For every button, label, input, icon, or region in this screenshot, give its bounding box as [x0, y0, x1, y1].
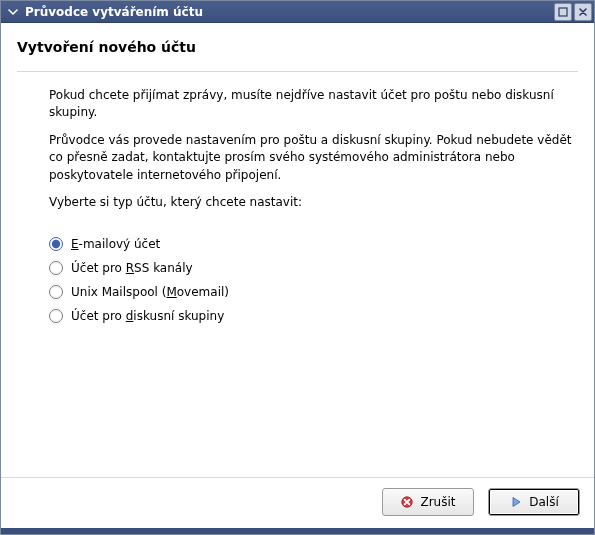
radio-unix[interactable] [49, 285, 63, 299]
option-rss[interactable]: Účet pro RSS kanály [49, 261, 578, 275]
divider [17, 71, 578, 73]
option-unix[interactable]: Unix Mailspool (Movemail) [49, 285, 578, 299]
close-icon [578, 7, 588, 17]
cancel-icon [400, 495, 414, 509]
option-news[interactable]: Účet pro diskusní skupiny [49, 309, 578, 323]
cancel-button[interactable]: Zrušit [382, 488, 474, 516]
account-type-options: E-mailový účet Účet pro RSS kanály Unix … [17, 221, 578, 333]
spacer [17, 333, 578, 467]
option-email[interactable]: E-mailový účet [49, 237, 578, 251]
radio-news[interactable] [49, 309, 63, 323]
intro-paragraph-1: Pokud chcete přijímat zprávy, musíte nej… [49, 87, 572, 122]
page-title: Vytvoření nového účtu [17, 39, 578, 55]
cancel-button-label: Zrušit [420, 495, 455, 509]
option-news-label: Účet pro diskusní skupiny [71, 309, 224, 323]
bottom-decoration [1, 528, 594, 534]
chevron-down-icon[interactable] [5, 4, 21, 20]
next-button[interactable]: Další [488, 488, 580, 516]
footer: Zrušit Další [1, 477, 594, 528]
content-area: Vytvoření nového účtu Pokud chcete přijí… [1, 23, 594, 477]
wizard-window: Průvodce vytvářením účtu Vytvoření novéh… [0, 0, 595, 535]
window-title: Průvodce vytvářením účtu [25, 5, 552, 19]
next-button-label: Další [529, 495, 559, 509]
play-icon [509, 495, 523, 509]
prompt-text: Vyberte si typ účtu, který chcete nastav… [49, 194, 572, 211]
option-email-label: E-mailový účet [71, 237, 160, 251]
close-button[interactable] [574, 3, 592, 21]
body-text: Pokud chcete přijímat zprávy, musíte nej… [17, 87, 578, 221]
option-rss-label: Účet pro RSS kanály [71, 261, 193, 275]
titlebar: Průvodce vytvářením účtu [1, 1, 594, 23]
option-unix-label: Unix Mailspool (Movemail) [71, 285, 229, 299]
minimize-icon [558, 7, 568, 17]
minimize-button[interactable] [554, 3, 572, 21]
svg-rect-0 [559, 8, 567, 16]
intro-paragraph-2: Průvodce vás provede nastavením pro pošt… [49, 132, 572, 184]
radio-rss[interactable] [49, 261, 63, 275]
radio-email[interactable] [49, 237, 63, 251]
